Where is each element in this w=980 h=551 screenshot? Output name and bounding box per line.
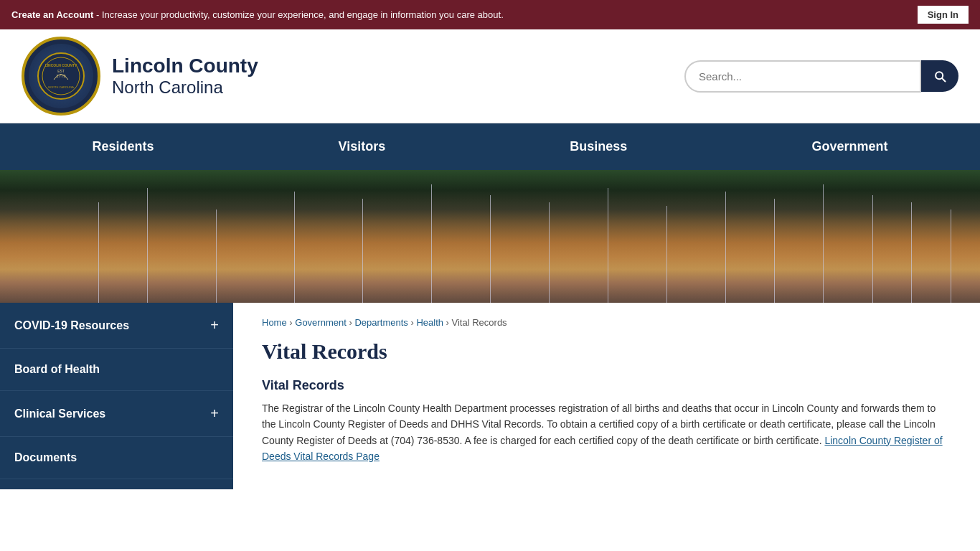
breadcrumb-home[interactable]: Home: [262, 317, 287, 328]
main-content: Home › Government › Departments › Health…: [233, 303, 980, 489]
covid-expand-icon: +: [210, 317, 219, 334]
nav-business[interactable]: Business: [527, 123, 670, 170]
sidebar-item-board-label: Board of Health: [14, 363, 100, 376]
sidebar: COVID-19 Resources + Board of Health Cli…: [0, 303, 233, 489]
county-seal: LINCOLN COUNTY NORTH CAROLINA EST 1779: [22, 37, 100, 116]
section-body: The Registrar of the Lincoln County Heal…: [262, 400, 951, 465]
banner-description: - Increase your productivity, customize …: [93, 9, 503, 20]
search-area: [684, 60, 958, 93]
sidebar-item-covid[interactable]: COVID-19 Resources +: [0, 303, 233, 349]
breadcrumb-health[interactable]: Health: [416, 317, 443, 328]
site-header: LINCOLN COUNTY NORTH CAROLINA EST 1779 L…: [0, 29, 980, 123]
breadcrumb-current: Vital Records: [452, 317, 507, 328]
sidebar-item-clinical-services[interactable]: Clinical Services +: [0, 391, 233, 437]
banner-text: Create an Account - Increase your produc…: [11, 9, 504, 20]
breadcrumb-sep-4: ›: [446, 317, 452, 328]
seal-inner: LINCOLN COUNTY NORTH CAROLINA EST 1779: [29, 44, 93, 108]
main-nav: Residents Visitors Business Government: [0, 123, 980, 170]
sidebar-item-documents-label: Documents: [14, 451, 77, 464]
hero-image: [0, 170, 980, 303]
search-icon: [933, 69, 947, 83]
sign-in-button[interactable]: Sign In: [918, 6, 969, 24]
sidebar-item-board-of-health[interactable]: Board of Health: [0, 349, 233, 391]
svg-text:NORTH CAROLINA: NORTH CAROLINA: [48, 85, 74, 89]
state-name: North Carolina: [112, 77, 258, 98]
svg-text:LINCOLN COUNTY: LINCOLN COUNTY: [45, 63, 77, 67]
breadcrumb-government[interactable]: Government: [295, 317, 347, 328]
nav-residents[interactable]: Residents: [50, 123, 197, 170]
top-banner: Create an Account - Increase your produc…: [0, 0, 980, 29]
clinical-expand-icon: +: [210, 405, 219, 422]
create-account-link[interactable]: Create an Account: [11, 9, 93, 20]
search-button[interactable]: [921, 60, 958, 92]
page-title: Vital Records: [262, 339, 951, 364]
nav-government[interactable]: Government: [768, 123, 930, 170]
seal-graphic: LINCOLN COUNTY NORTH CAROLINA EST 1779: [36, 51, 86, 101]
search-input[interactable]: [684, 60, 921, 93]
sidebar-item-covid-label: COVID-19 Resources: [14, 319, 129, 332]
svg-text:EST: EST: [57, 69, 65, 73]
content-area: COVID-19 Resources + Board of Health Cli…: [0, 303, 980, 489]
breadcrumb-departments[interactable]: Departments: [354, 317, 407, 328]
nav-visitors[interactable]: Visitors: [296, 123, 429, 170]
county-name: Lincoln County: [112, 54, 258, 78]
logo-area: LINCOLN COUNTY NORTH CAROLINA EST 1779 L…: [22, 37, 258, 116]
section-title: Vital Records: [262, 378, 951, 393]
county-name-block: Lincoln County North Carolina: [112, 54, 258, 98]
sidebar-item-clinical-label: Clinical Services: [14, 408, 105, 420]
breadcrumb: Home › Government › Departments › Health…: [262, 317, 951, 328]
sidebar-item-documents[interactable]: Documents: [0, 437, 233, 479]
